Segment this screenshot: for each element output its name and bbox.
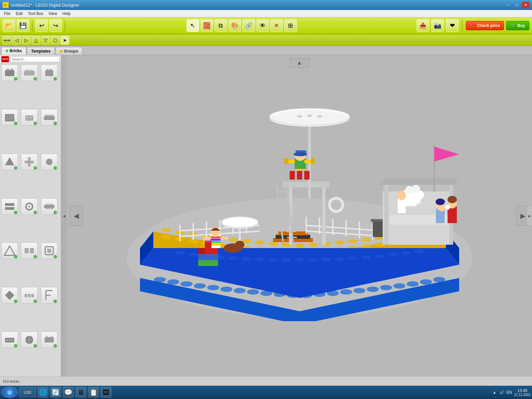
add-brick-plus[interactable]: + xyxy=(34,122,37,125)
list-item[interactable]: + xyxy=(1,198,18,215)
menu-toolbox[interactable]: Tool Box xyxy=(25,11,46,17)
flat-view-btn[interactable]: ⬡ xyxy=(51,36,60,45)
snap-btn[interactable]: ⟺ xyxy=(3,36,11,45)
list-item[interactable]: + xyxy=(41,198,58,215)
taskbar-ldd-button[interactable]: LDD xyxy=(19,387,36,397)
add-brick-plus[interactable]: + xyxy=(34,77,37,80)
menu-view[interactable]: View xyxy=(46,11,60,17)
add-brick-plus[interactable]: + xyxy=(54,344,57,347)
delete-tool[interactable]: ✕ xyxy=(270,19,283,32)
menu-file[interactable]: File xyxy=(1,11,13,17)
taskbar-chrome[interactable]: 🌐 xyxy=(37,387,49,398)
redo-button[interactable]: ↪ xyxy=(49,19,62,32)
svg-rect-197 xyxy=(290,171,295,180)
rot-right-btn[interactable]: ▷ xyxy=(22,36,31,45)
menu-help[interactable]: Help xyxy=(60,11,73,17)
rot-left-btn[interactable]: ◁ xyxy=(12,36,21,45)
svg-rect-7 xyxy=(45,70,53,76)
panel-collapse-arrow[interactable]: ◀ xyxy=(62,55,67,376)
share-button[interactable]: 📤 xyxy=(417,19,429,32)
add-brick-plus[interactable]: + xyxy=(14,122,17,125)
paint-tool[interactable]: 🎨 xyxy=(228,19,241,32)
check-price-button[interactable]: 🔴 Check price xyxy=(466,21,504,30)
add-brick-plus[interactable]: + xyxy=(54,255,57,258)
add-brick-tool[interactable]: 🧱 xyxy=(200,19,213,32)
start-button[interactable]: ⊞ xyxy=(1,387,18,398)
add-brick-plus[interactable]: + xyxy=(14,300,17,303)
wishlist-button[interactable]: ❤ xyxy=(446,19,459,32)
add-brick-plus[interactable]: + xyxy=(34,166,37,170)
taskbar-app4[interactable]: 🖥 xyxy=(75,387,86,398)
tab-groups[interactable]: Groups xyxy=(56,47,82,55)
pan-up-arrow[interactable]: ▲ xyxy=(290,58,310,68)
open-button[interactable]: 📂 xyxy=(3,19,15,32)
list-item[interactable]: + xyxy=(41,242,58,259)
list-item[interactable]: + xyxy=(41,109,58,126)
right-panel-collapse[interactable]: ▶ xyxy=(527,206,532,226)
list-item[interactable]: + xyxy=(1,154,18,170)
taskbar-clock[interactable]: 13:45 21.12.2022 xyxy=(514,388,531,397)
svg-point-50 xyxy=(11,339,13,341)
brick-search-input[interactable] xyxy=(10,56,60,62)
add-brick-plus[interactable]: + xyxy=(54,166,57,170)
close-button[interactable]: ✕ xyxy=(522,2,529,8)
list-item[interactable]: + xyxy=(21,198,38,215)
buy-button[interactable]: 🛒 Buy xyxy=(506,21,529,30)
select-tool[interactable]: ↖ xyxy=(187,19,199,32)
menu-edit[interactable]: Edit xyxy=(13,11,25,17)
list-item[interactable]: + xyxy=(1,287,18,304)
svg-rect-56 xyxy=(51,336,53,337)
clone-tool[interactable]: ⧉ xyxy=(214,19,227,32)
taskbar-app5[interactable]: 📋 xyxy=(88,387,99,398)
add-brick-plus[interactable]: + xyxy=(34,211,37,214)
add-brick-plus[interactable]: + xyxy=(54,211,57,214)
list-item[interactable]: + xyxy=(21,109,38,126)
hinge-tool[interactable]: 🔗 xyxy=(242,19,255,32)
save-button[interactable]: 💾 xyxy=(17,19,29,32)
add-brick-plus[interactable]: + xyxy=(34,255,37,258)
volume-icon[interactable]: 🔊 xyxy=(499,390,504,395)
list-item[interactable]: + xyxy=(1,242,18,259)
maximize-button[interactable]: □ xyxy=(513,2,521,8)
add-brick-plus[interactable]: + xyxy=(54,122,57,125)
hide-tool[interactable]: 👁 xyxy=(256,19,269,32)
add-brick-plus[interactable]: + xyxy=(14,255,17,258)
tab-bricks[interactable]: Bricks xyxy=(1,47,26,55)
list-item[interactable]: + xyxy=(21,65,38,81)
svg-rect-41 xyxy=(25,294,27,297)
add-brick-plus[interactable]: + xyxy=(14,77,17,80)
list-item[interactable]: + xyxy=(1,332,18,348)
svg-point-61 xyxy=(181,281,193,287)
add-brick-plus[interactable]: + xyxy=(14,166,17,170)
extra-tool[interactable]: ⊞ xyxy=(284,19,297,32)
taskbar-skype[interactable]: 💬 xyxy=(63,387,74,398)
undo-button[interactable]: ↩ xyxy=(35,19,48,32)
add-brick-plus[interactable]: + xyxy=(34,344,37,347)
add-brick-plus[interactable]: + xyxy=(14,344,17,347)
list-item[interactable]: + xyxy=(21,287,38,304)
rot-up-btn[interactable]: △ xyxy=(32,36,40,45)
list-item[interactable]: + xyxy=(21,332,38,348)
pan-left-arrow[interactable]: ◀ xyxy=(69,206,83,226)
list-item[interactable]: + xyxy=(1,109,18,126)
list-item[interactable]: + xyxy=(21,242,38,259)
add-brick-plus[interactable]: + xyxy=(34,300,37,303)
list-item[interactable]: + xyxy=(41,287,58,304)
network-icon[interactable]: ▲ xyxy=(492,390,497,395)
svg-rect-29 xyxy=(5,207,14,210)
taskbar-app6[interactable]: 🖼 xyxy=(100,387,112,398)
minimize-button[interactable]: ─ xyxy=(505,2,512,8)
pointer-btn[interactable]: ➤ xyxy=(61,36,69,45)
list-item[interactable]: + xyxy=(41,154,58,170)
list-item[interactable]: + xyxy=(21,154,38,170)
list-item[interactable]: + xyxy=(41,332,58,348)
tab-templates[interactable]: Templates xyxy=(27,47,55,55)
rot-down-btn[interactable]: ▽ xyxy=(41,36,50,45)
add-brick-plus[interactable]: + xyxy=(14,211,17,214)
add-brick-plus[interactable]: + xyxy=(54,300,57,303)
screenshot-button[interactable]: 📷 xyxy=(431,19,444,32)
list-item[interactable]: + xyxy=(41,65,58,81)
list-item[interactable]: + xyxy=(1,65,18,81)
add-brick-plus[interactable]: + xyxy=(54,77,57,80)
taskbar-torrent[interactable]: 🔄 xyxy=(50,387,61,398)
